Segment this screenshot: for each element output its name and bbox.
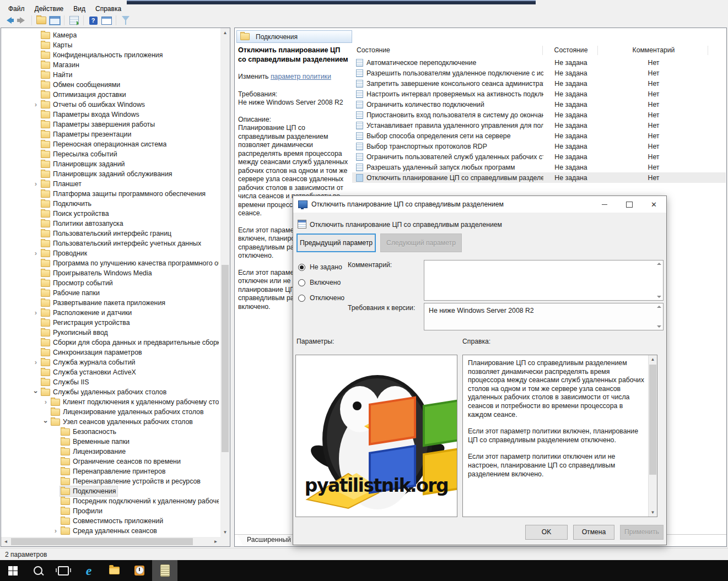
tree-item-content[interactable]: Регистрация устройства xyxy=(40,318,132,328)
radio-icon[interactable] xyxy=(298,279,305,286)
tree-item[interactable]: Проигрыватель Windows Media xyxy=(1,268,220,278)
column-divider[interactable] xyxy=(708,46,708,55)
task-view-button[interactable] xyxy=(51,560,76,581)
column-header-state[interactable]: Состояние xyxy=(543,46,598,54)
tree-item[interactable]: Служба установки ActiveX xyxy=(1,367,220,377)
edit-policy-link[interactable]: параметр политики xyxy=(271,73,331,80)
tree-item-content[interactable]: Безопасность xyxy=(60,427,118,437)
radio-icon[interactable] xyxy=(298,264,305,271)
tree-item[interactable]: Профили xyxy=(1,506,220,516)
maximize-icon[interactable] xyxy=(617,196,641,213)
scroll-right-icon[interactable]: ► xyxy=(211,537,220,546)
tree-item[interactable]: Синхронизация параметров xyxy=(1,347,220,357)
comment-input[interactable] xyxy=(424,260,664,301)
tree-item[interactable]: Планировщик заданий обслуживания xyxy=(1,169,220,179)
tree-item-label[interactable]: Расположение и датчики xyxy=(53,309,132,317)
tree-item[interactable]: Политики автозапуска xyxy=(1,219,220,229)
tree-item[interactable]: Карты xyxy=(1,40,220,50)
menu-action[interactable]: Действие xyxy=(30,4,69,14)
tree-item-label[interactable]: Параметры завершения работы xyxy=(53,121,155,128)
search-button[interactable] xyxy=(25,560,51,581)
tree-item-label[interactable]: Среда удаленных сеансов xyxy=(73,527,157,535)
tree-item-content[interactable]: Совместимость приложений xyxy=(60,516,165,526)
column-header-comment[interactable]: Комментарий xyxy=(598,46,709,54)
tree-horizontal-scrollbar[interactable]: ◄ ► xyxy=(1,537,220,546)
tree-item-label[interactable]: Карты xyxy=(53,41,72,49)
policy-name[interactable]: Запретить завершение консольного сеанса … xyxy=(366,80,543,88)
tree-item-content[interactable]: Узел сеансов удаленных рабочих столов xyxy=(50,417,195,427)
collapse-icon[interactable]: › xyxy=(42,417,50,426)
up-folder-icon[interactable] xyxy=(35,15,47,26)
tree-item[interactable]: Переносная операционная система xyxy=(1,139,220,149)
tree-item[interactable]: Камера xyxy=(1,30,220,40)
tree-item-label[interactable]: Служба установки ActiveX xyxy=(53,368,136,376)
tree-item-content[interactable]: Сборки для сбора данных и предварительны… xyxy=(40,338,220,347)
policy-name[interactable]: Устанавливает правила удаленного управле… xyxy=(366,122,543,129)
tree-item-content[interactable]: Просмотр событий xyxy=(40,278,115,288)
tree-item-label[interactable]: Временные папки xyxy=(73,438,130,446)
tree-item-content[interactable]: Пользовательский интерфейс учетных данны… xyxy=(40,238,203,248)
policy-name[interactable]: Ограничить количество подключений xyxy=(366,101,543,108)
tree-item-label[interactable]: Рабочие папки xyxy=(53,289,100,297)
ok-button[interactable]: OK xyxy=(525,525,568,540)
policy-list-row[interactable]: Устанавливает правила удаленного управле… xyxy=(352,120,726,131)
tree-item-content[interactable]: Временные папки xyxy=(60,437,131,447)
tree-item-content[interactable]: Служба журнала событий xyxy=(40,357,137,367)
tree-item[interactable]: Регистрация устройства xyxy=(1,318,220,328)
tree-item-content[interactable]: Перенаправление принтеров xyxy=(60,466,167,476)
tree-item-label[interactable]: Проводник xyxy=(53,249,87,257)
scroll-up-icon[interactable]: ▲ xyxy=(649,355,657,363)
scroll-down-icon[interactable]: ▼ xyxy=(649,508,657,517)
tree-item[interactable]: Подключения xyxy=(1,486,220,496)
tree-item-label[interactable]: Профили xyxy=(73,507,103,515)
scroll-up-icon[interactable] xyxy=(657,263,661,265)
tree-item-content[interactable]: Проигрыватель Windows Media xyxy=(40,268,154,278)
tree-item[interactable]: Временные папки xyxy=(1,437,220,447)
tree-item-label[interactable]: Оптимизация доставки xyxy=(53,91,126,99)
policy-list-row[interactable]: Разрешить пользователям удаленное подклю… xyxy=(352,68,726,78)
policy-name[interactable]: Настроить интервал проверяемых на активн… xyxy=(366,90,543,98)
policy-list-row[interactable]: Автоматическое переподключениеНе заданаН… xyxy=(352,57,726,68)
radio-icon[interactable] xyxy=(298,295,305,302)
expand-icon[interactable]: › xyxy=(31,249,40,257)
tree-item-label[interactable]: Магазин xyxy=(53,61,79,69)
tree-item[interactable]: Найти xyxy=(1,70,220,80)
apply-button[interactable]: Применить xyxy=(620,525,664,540)
menu-view[interactable]: Вид xyxy=(68,4,90,14)
tree-item-label[interactable]: Параметры презентации xyxy=(53,131,131,138)
policy-name[interactable]: Разрешить пользователям удаленное подклю… xyxy=(366,69,543,77)
internet-explorer-button[interactable]: e xyxy=(76,560,101,581)
tree-item[interactable]: Платформа защиты программного обеспечени… xyxy=(1,189,220,199)
tree-item-label[interactable]: Отчеты об ошибках Windows xyxy=(53,101,145,108)
tree-item[interactable]: Подключить xyxy=(1,199,220,209)
tree-item-content[interactable]: Ограничение сеансов по времени xyxy=(60,457,182,466)
tree-item[interactable]: ›Расположение и датчики xyxy=(1,308,220,318)
scroll-down-icon[interactable] xyxy=(657,296,661,298)
tree-item-label[interactable]: Рукописный ввод xyxy=(53,329,108,336)
tree-item-content[interactable]: Камера xyxy=(40,30,78,40)
tree-item[interactable]: Программа по улучшению качества программ… xyxy=(1,258,220,268)
scroll-up-icon[interactable]: ▲ xyxy=(220,28,230,37)
tree-item-label[interactable]: Параметры входа Windows xyxy=(53,111,139,118)
expand-icon[interactable]: › xyxy=(41,398,50,406)
scrollbar-thumb[interactable] xyxy=(11,538,193,545)
scroll-down-icon[interactable] xyxy=(657,325,661,328)
tree-item-content[interactable]: Оптимизация доставки xyxy=(40,90,128,100)
policy-list-row[interactable]: Отключить планирование ЦП со справедливы… xyxy=(352,172,726,183)
tree-item[interactable]: Конфиденциальность приложения xyxy=(1,50,220,60)
tree-item[interactable]: ›Службы удаленных рабочих столов xyxy=(1,387,220,397)
export-list-icon[interactable] xyxy=(68,15,80,26)
menu-help[interactable]: Справка xyxy=(90,4,126,14)
tree-item[interactable]: Ограничение сеансов по времени xyxy=(1,457,220,466)
tree-item[interactable]: Оптимизация доставки xyxy=(1,90,220,100)
tree-item-content[interactable]: Клиент подключения к удаленному рабочему… xyxy=(50,397,220,407)
tree-item-label[interactable]: Планировщик заданий xyxy=(53,160,125,168)
tree-item-label[interactable]: Регистрация устройства xyxy=(53,319,130,327)
group-policy-editor-button[interactable] xyxy=(152,560,177,581)
tree-vertical-scrollbar[interactable]: ▲ ▼ xyxy=(220,28,230,537)
tree-item-label[interactable]: Проигрыватель Windows Media xyxy=(53,269,152,277)
tree-item-label[interactable]: Сборки для сбора данных и предварительны… xyxy=(53,339,219,346)
start-button[interactable] xyxy=(0,560,25,581)
tree-item-content[interactable]: Найти xyxy=(40,70,74,80)
tree-item[interactable]: Сборки для сбора данных и предварительны… xyxy=(1,338,220,347)
